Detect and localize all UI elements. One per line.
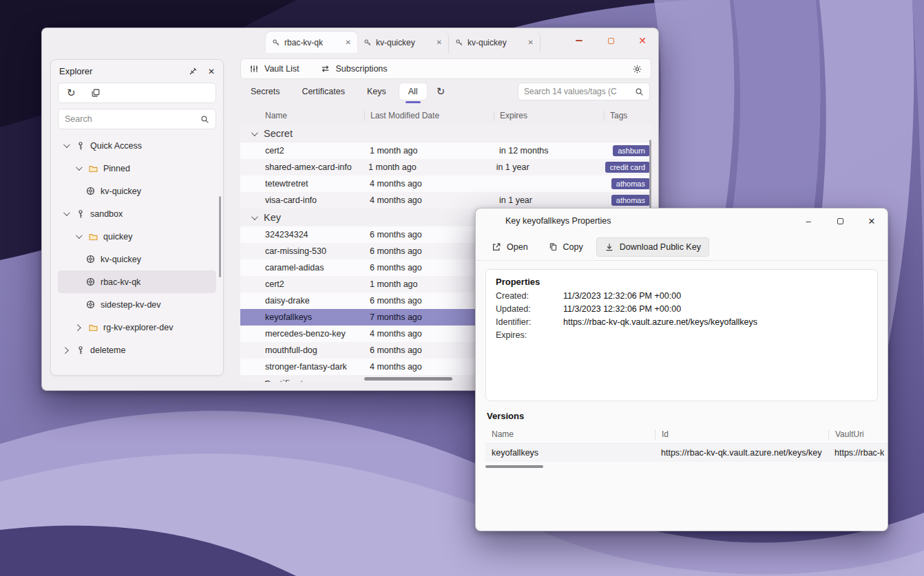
column-header-last-modified-date[interactable]: Last Modified Date bbox=[364, 111, 494, 121]
maximize-button[interactable] bbox=[824, 209, 856, 233]
vault-icon bbox=[85, 299, 96, 310]
open-button[interactable]: Open bbox=[484, 238, 536, 256]
cell-tags: athomas bbox=[604, 178, 651, 189]
cell-name: keyofallkeys bbox=[485, 448, 655, 458]
tree-item-rg-kv-explorer-dev[interactable]: rg-kv-explorer-dev bbox=[58, 316, 216, 339]
collapse-all-icon[interactable] bbox=[91, 88, 101, 98]
explorer-scrollbar[interactable] bbox=[219, 196, 221, 277]
table-row-cert2[interactable]: cert21 month agoin 12 monthsashburn bbox=[240, 142, 651, 159]
tab-close-icon[interactable]: ✕ bbox=[437, 39, 442, 46]
cell-last-modified: 6 months ago bbox=[364, 246, 494, 256]
chevron-down-icon[interactable] bbox=[73, 166, 83, 171]
tree-item-Quick Access[interactable]: Quick Access bbox=[58, 134, 216, 157]
maximize-button[interactable] bbox=[595, 28, 627, 53]
tab-close-icon[interactable]: ✕ bbox=[528, 39, 534, 46]
tag-badge: ashburn bbox=[613, 145, 650, 156]
main-window-titlebar[interactable]: rbac-kv-qk✕kv-quickey✕kv-quickey✕ ✕ bbox=[42, 28, 658, 53]
download-label: Download Public Key bbox=[620, 242, 701, 252]
versions-column-id[interactable]: Id bbox=[655, 429, 828, 440]
versions-column-vaulturi[interactable]: VaultUri bbox=[828, 429, 888, 440]
chevron-right-icon[interactable] bbox=[61, 348, 71, 352]
column-header-name[interactable]: Name bbox=[240, 111, 364, 121]
cell-name: 324234324 bbox=[240, 230, 364, 239]
table-row-shared-amex-card-info[interactable]: shared-amex-card-info1 month agoin 1 yea… bbox=[240, 159, 651, 175]
properties-titlebar[interactable]: Key keyofallkeys Properties – ✕ bbox=[476, 209, 888, 233]
tab-secrets[interactable]: Secrets bbox=[242, 83, 288, 100]
versions-body: keyofallkeyshttps://rbac-kv-qk.vault.azu… bbox=[485, 443, 888, 462]
version-row-keyofallkeys[interactable]: keyofallkeyshttps://rbac-kv-qk.vault.azu… bbox=[485, 443, 888, 462]
property-value: https://rbac-kv-qk.vault.azure.net/keys/… bbox=[563, 316, 757, 329]
minimize-button[interactable]: – bbox=[792, 209, 824, 233]
cell-tags: athomas bbox=[604, 195, 651, 206]
tree-item-sandbox[interactable]: sandbox bbox=[58, 202, 216, 225]
cell-name: stronger-fantasy-dark bbox=[240, 362, 364, 372]
vault-list-button[interactable]: Vault List bbox=[249, 64, 300, 74]
versions-table: NameIdVaultUri keyofallkeyshttps://rbac-… bbox=[485, 425, 888, 462]
download-public-key-button[interactable]: Download Public Key bbox=[596, 237, 709, 257]
tab-close-icon[interactable]: ✕ bbox=[346, 39, 351, 46]
tree-item-rbac-kv-qk[interactable]: rbac-kv-qk bbox=[58, 270, 216, 293]
settings-gear-icon[interactable] bbox=[632, 64, 642, 74]
minimize-button[interactable] bbox=[563, 28, 595, 53]
tree-item-kv-quickey[interactable]: kv-quickey bbox=[58, 248, 216, 270]
pin-icon[interactable] bbox=[189, 67, 198, 76]
subscriptions-label: Subscriptions bbox=[336, 64, 388, 74]
table-row-visa-card-info[interactable]: visa-card-info4 months agoin 1 yearathom… bbox=[240, 192, 651, 209]
table-horizontal-scrollbar[interactable] bbox=[364, 377, 452, 381]
property-value: 11/3/2023 12:32:06 PM +00:00 bbox=[563, 303, 681, 316]
tree-item-kv-quickey[interactable]: kv-quickey bbox=[58, 180, 216, 202]
versions-heading: Versions bbox=[487, 411, 876, 421]
subscriptions-button[interactable]: Subscriptions bbox=[320, 64, 388, 74]
cell-expires: in 12 months bbox=[494, 146, 604, 156]
cell-last-modified: 4 months ago bbox=[364, 362, 494, 372]
vault-icon bbox=[85, 277, 96, 287]
tree-item-deleteme[interactable]: deleteme bbox=[58, 339, 216, 361]
close-button[interactable]: ✕ bbox=[856, 209, 888, 233]
table-row-tetewtretret[interactable]: tetewtretret4 months agoathomas bbox=[240, 175, 651, 192]
tree-item-Pinned[interactable]: Pinned bbox=[58, 157, 216, 180]
vault-tab-kv-quickey[interactable]: kv-quickey✕ bbox=[449, 32, 540, 53]
tab-all[interactable]: All bbox=[399, 83, 427, 100]
subscription-key-icon bbox=[76, 209, 85, 219]
column-header-expires[interactable]: Expires bbox=[494, 111, 604, 121]
chevron-down-icon[interactable] bbox=[61, 143, 71, 148]
explorer-close-icon[interactable]: ✕ bbox=[208, 67, 215, 76]
chevron-down-icon[interactable] bbox=[61, 211, 71, 216]
vault-list-label: Vault List bbox=[264, 64, 300, 74]
table-header: NameLast Modified DateExpiresTags bbox=[240, 107, 651, 125]
chevron-right-icon[interactable] bbox=[73, 325, 83, 330]
tab-keys[interactable]: Keys bbox=[358, 83, 395, 100]
tree-item-label: quickey bbox=[103, 232, 132, 242]
chevron-down-icon[interactable] bbox=[73, 234, 83, 239]
app-logo-icon bbox=[50, 33, 65, 48]
values-search-input[interactable] bbox=[524, 87, 635, 96]
table-refresh-icon[interactable]: ↻ bbox=[437, 87, 445, 97]
cell-last-modified: 1 month ago bbox=[364, 279, 494, 289]
tree-item-sidestep-kv-dev[interactable]: sidestep-kv-dev bbox=[58, 293, 216, 316]
desktop: rbac-kv-qk✕kv-quickey✕kv-quickey✕ ✕ Expl… bbox=[0, 0, 924, 576]
tree-item-label: deleteme bbox=[90, 345, 125, 355]
versions-column-name[interactable]: Name bbox=[485, 429, 655, 440]
cell-tags: ashburn bbox=[604, 145, 651, 156]
vault-tab-kv-quickey[interactable]: kv-quickey✕ bbox=[357, 32, 449, 53]
refresh-icon[interactable]: ↻ bbox=[67, 88, 76, 98]
cell-last-modified: 6 months ago bbox=[364, 345, 494, 355]
tree-item-quickey[interactable]: quickey bbox=[58, 225, 216, 248]
cell-last-modified: 6 months ago bbox=[364, 296, 494, 306]
vault-tab-rbac-kv-qk[interactable]: rbac-kv-qk✕ bbox=[266, 32, 357, 53]
copy-button[interactable]: Copy bbox=[541, 238, 591, 256]
cell-name: car-missing-530 bbox=[240, 246, 364, 256]
copy-label: Copy bbox=[563, 242, 583, 252]
group-header-secret[interactable]: Secret bbox=[240, 125, 651, 142]
cell-last-modified: 4 months ago bbox=[364, 179, 494, 189]
tab-certificates[interactable]: Certificates bbox=[293, 83, 354, 100]
close-button[interactable]: ✕ bbox=[627, 28, 658, 53]
vault-icon bbox=[85, 254, 96, 264]
cell-last-modified: 4 months ago bbox=[364, 195, 494, 205]
tab-label: kv-quickey bbox=[468, 38, 507, 47]
explorer-search-input[interactable] bbox=[65, 114, 200, 124]
group-label: Key bbox=[264, 212, 281, 223]
column-header-tags[interactable]: Tags bbox=[604, 111, 651, 121]
versions-horizontal-scrollbar[interactable] bbox=[485, 465, 543, 468]
content-tabs-row: SecretsCertificatesKeysAll ↻ bbox=[240, 79, 651, 104]
